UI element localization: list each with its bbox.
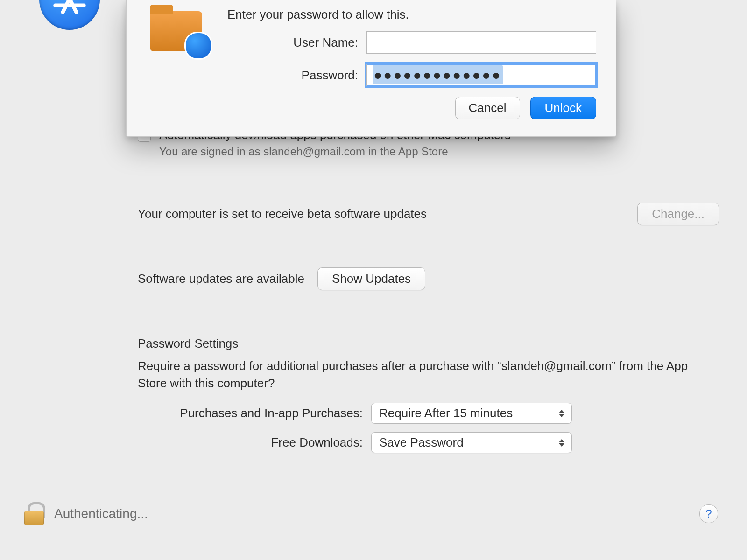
- username-label: User Name:: [227, 35, 366, 50]
- unlock-button[interactable]: Unlock: [530, 97, 596, 119]
- software-updates-text: Software updates are available: [138, 272, 304, 286]
- password-label: Password:: [227, 68, 366, 83]
- lock-icon[interactable]: [24, 502, 44, 525]
- purchases-label: Purchases and In-app Purchases:: [180, 406, 371, 420]
- auth-dialog-title: Enter your password to allow this.: [227, 7, 596, 22]
- signed-in-subtext: You are signed in as slandeh@gmail.com i…: [159, 144, 511, 159]
- app-store-icon: [39, 0, 100, 30]
- free-downloads-select-value: Save Password: [379, 435, 464, 450]
- free-downloads-select[interactable]: Save Password: [371, 432, 572, 453]
- password-settings-form: Purchases and In-app Purchases: Require …: [138, 403, 719, 453]
- stepper-icon: [557, 408, 566, 419]
- free-downloads-label: Free Downloads:: [271, 435, 371, 450]
- change-button[interactable]: Change...: [637, 203, 719, 225]
- app-store-preferences-pane: Automatically download apps purchased on…: [0, 0, 747, 560]
- help-button[interactable]: ?: [699, 504, 718, 523]
- password-field[interactable]: ●●●●●●●●●●●●●: [366, 64, 596, 86]
- auth-dialog: Enter your password to allow this. User …: [126, 0, 616, 137]
- purchases-select-value: Require After 15 minutes: [379, 406, 513, 420]
- system-preferences-icon: [146, 7, 211, 58]
- beta-updates-text: Your computer is set to receive beta sof…: [138, 207, 624, 221]
- password-settings-description: Require a password for additional purcha…: [138, 357, 719, 392]
- show-updates-button[interactable]: Show Updates: [317, 267, 425, 290]
- password-masked: ●●●●●●●●●●●●●: [373, 65, 503, 84]
- beta-updates-row: Your computer is set to receive beta sof…: [138, 203, 719, 225]
- stepper-icon: [557, 438, 566, 448]
- password-settings-heading: Password Settings: [138, 336, 719, 351]
- lock-status-text: Authenticating...: [54, 506, 148, 521]
- preferences-footer: Authenticating... ?: [24, 502, 718, 525]
- software-updates-row: Software updates are available Show Upda…: [138, 267, 719, 290]
- separator: [138, 182, 719, 182]
- separator: [138, 313, 719, 313]
- cancel-button[interactable]: Cancel: [455, 97, 520, 119]
- preferences-content: Automatically download apps purchased on…: [138, 127, 719, 453]
- username-field[interactable]: [366, 31, 596, 54]
- purchases-select[interactable]: Require After 15 minutes: [371, 403, 572, 424]
